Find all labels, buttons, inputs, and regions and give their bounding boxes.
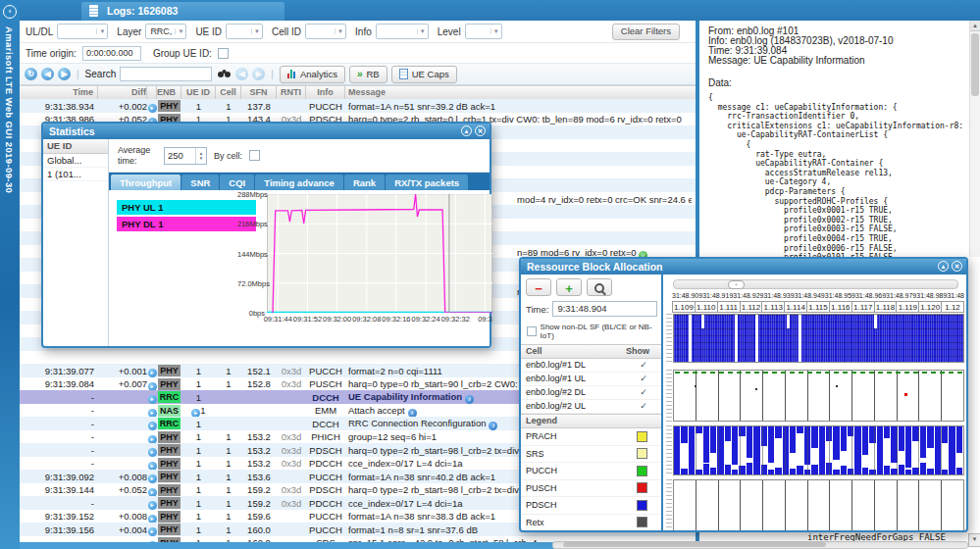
- filter-select[interactable]: RRC,▼: [145, 24, 186, 39]
- left-sidebar: ‹ Amarisoft LTE Web GUI 2019-09-30: [0, 0, 20, 549]
- tab-timing-advance[interactable]: Timing advance: [255, 175, 343, 191]
- tab-throughput[interactable]: Throughput: [111, 175, 181, 191]
- statistics-close-icon[interactable]: ✕: [475, 125, 486, 136]
- column-header-UE ID[interactable]: UE ID: [181, 86, 216, 99]
- y-axis-label: 72.0Mbps: [237, 279, 265, 288]
- frame-column: [898, 426, 920, 474]
- layer-badge: PHY: [158, 444, 181, 456]
- rb-cell-show-checkbox[interactable]: ✓: [626, 359, 661, 372]
- analytics-button[interactable]: Analytics: [280, 66, 345, 83]
- rb-cell-name: enb0.log/#1 UL: [521, 373, 626, 385]
- column-header-icon[interactable]: [147, 86, 157, 99]
- magnify-button[interactable]: [587, 278, 612, 296]
- filter-select[interactable]: ▼: [376, 24, 429, 39]
- refresh-icon[interactable]: ↻: [25, 68, 37, 80]
- cell-enb: PHY: [157, 497, 181, 509]
- column-header-Time[interactable]: Time: [20, 86, 98, 99]
- cell-time: 9:31:39.084: [20, 377, 98, 390]
- statistics-titlebar[interactable]: Statistics ▲ ✕: [43, 124, 490, 139]
- rb-close-icon[interactable]: ✕: [952, 261, 962, 272]
- filter-select[interactable]: ▼: [57, 24, 108, 39]
- series-legend-ul: PHY UL 1: [117, 200, 256, 215]
- average-time-stepper[interactable]: 250 ▲▼: [164, 147, 207, 165]
- rb-frame-label: 1.114: [785, 301, 807, 313]
- tab-rank[interactable]: Rank: [344, 175, 385, 191]
- forward-arrow-icon[interactable]: ▶: [58, 68, 71, 80]
- ue-list-item[interactable]: Global...: [43, 154, 108, 168]
- band-plot: [673, 370, 964, 422]
- hscroll-thumb[interactable]: [563, 542, 826, 547]
- next-match-icon[interactable]: ▶: [252, 68, 265, 80]
- rb-cell-show-checkbox[interactable]: ✓: [626, 386, 661, 399]
- cell-time: 9:31:39.156: [20, 524, 98, 536]
- rb-cell-show-checkbox[interactable]: ✓: [626, 400, 661, 413]
- column-header-Message[interactable]: Message: [345, 86, 696, 99]
- scroll-thumb[interactable]: [971, 33, 979, 96]
- chevron-down-icon: ▼: [490, 28, 499, 34]
- tab-snr[interactable]: SNR: [181, 175, 219, 191]
- rb-time-input[interactable]: 9:31:48.904: [552, 301, 657, 317]
- binoculars-search-icon[interactable]: [218, 72, 224, 77]
- rb-band-enb2-dl: [666, 425, 964, 475]
- column-header-Info[interactable]: Info: [306, 86, 345, 99]
- detail-vertical-scrollbar[interactable]: ▲: [969, 21, 980, 257]
- filter-level: Level▼: [438, 24, 502, 39]
- rb-time-slider[interactable]: •: [673, 279, 958, 289]
- cell-ueid: 1: [181, 391, 216, 404]
- time-origin-input[interactable]: 0:00:00.000: [82, 46, 141, 61]
- cell-info: PHICH: [306, 430, 345, 443]
- column-header-RNTI[interactable]: RNTI: [277, 86, 306, 99]
- rb-frame-label: 1.118: [875, 301, 898, 313]
- rb-restore-icon[interactable]: ▲: [938, 261, 949, 272]
- stepper-arrows-icon[interactable]: ▲▼: [195, 148, 206, 164]
- filter-select[interactable]: ▼: [305, 24, 346, 39]
- filter-select[interactable]: ▼: [465, 24, 502, 39]
- bottom-horizontal-scrollbar[interactable]: [552, 541, 968, 549]
- tab-rx-tx-packets[interactable]: RX/TX packets: [386, 175, 468, 191]
- rb-cell-show-checkbox[interactable]: ✓: [626, 373, 661, 385]
- cell-time: -: [20, 457, 98, 470]
- clear-filters-button[interactable]: Clear Filters: [612, 24, 680, 40]
- cell-ueid: 1: [181, 430, 216, 443]
- app-root: ‹ Amarisoft LTE Web GUI 2019-09-30 Logs:…: [0, 0, 980, 549]
- cell-enb: PHY: [157, 431, 181, 443]
- allocation-gap: [874, 315, 877, 328]
- rb-titlebar[interactable]: Ressource Block Allocation ▲ ✕: [521, 259, 966, 274]
- scroll-up-icon[interactable]: ▲: [970, 21, 980, 31]
- legend-label: PRACH: [526, 431, 557, 441]
- show-nondl-checkbox[interactable]: [527, 326, 537, 336]
- column-header-Diff[interactable]: Diff: [98, 86, 147, 99]
- frame-column: [786, 426, 808, 474]
- column-header-ENB[interactable]: ENB: [157, 86, 181, 99]
- column-header-Cell[interactable]: Cell: [216, 86, 241, 99]
- x-axis-label: 09:3: [465, 315, 502, 324]
- filter-select[interactable]: ▼: [226, 24, 263, 39]
- search-input[interactable]: [120, 67, 212, 81]
- by-cell-checkbox[interactable]: [249, 150, 260, 161]
- cell-enb: PHY: [157, 458, 181, 470]
- filter-ueid: UE ID▼: [195, 24, 263, 39]
- zoom-in-button[interactable]: +: [556, 278, 582, 296]
- slider-thumb-icon[interactable]: •: [728, 280, 745, 289]
- tab-logs[interactable]: Logs: 1626083: [81, 2, 284, 21]
- rb-button[interactable]: » RB: [349, 66, 387, 83]
- frame-column: [786, 371, 808, 421]
- table-row[interactable]: 9:31:38.934+0.002▸PHY11137.8PUCCHformat=…: [20, 99, 696, 113]
- tab-cqi[interactable]: CQI: [220, 175, 254, 191]
- cell-time: -: [20, 418, 98, 430]
- prev-match-icon[interactable]: ◀: [235, 68, 248, 80]
- zoom-out-button[interactable]: −: [526, 278, 551, 296]
- back-arrow-icon[interactable]: ◀: [41, 68, 54, 80]
- ue-caps-button[interactable]: UE Caps: [391, 66, 457, 83]
- frame-columns: [674, 426, 963, 474]
- statistics-restore-icon[interactable]: ▲: [461, 125, 472, 136]
- cell-enb: PHY: [157, 511, 181, 523]
- ue-list-item[interactable]: 1 (101...: [43, 168, 108, 181]
- group-ue-checkbox[interactable]: [218, 48, 229, 59]
- chevron-down-icon: ▼: [175, 28, 183, 34]
- column-header-SFN[interactable]: SFN: [241, 86, 277, 99]
- scroll-down-icon[interactable]: ▼: [968, 533, 980, 547]
- legend-swatch: [637, 448, 647, 459]
- collapse-sidebar-icon[interactable]: ‹: [3, 5, 17, 19]
- cell-cell: 1: [216, 457, 241, 470]
